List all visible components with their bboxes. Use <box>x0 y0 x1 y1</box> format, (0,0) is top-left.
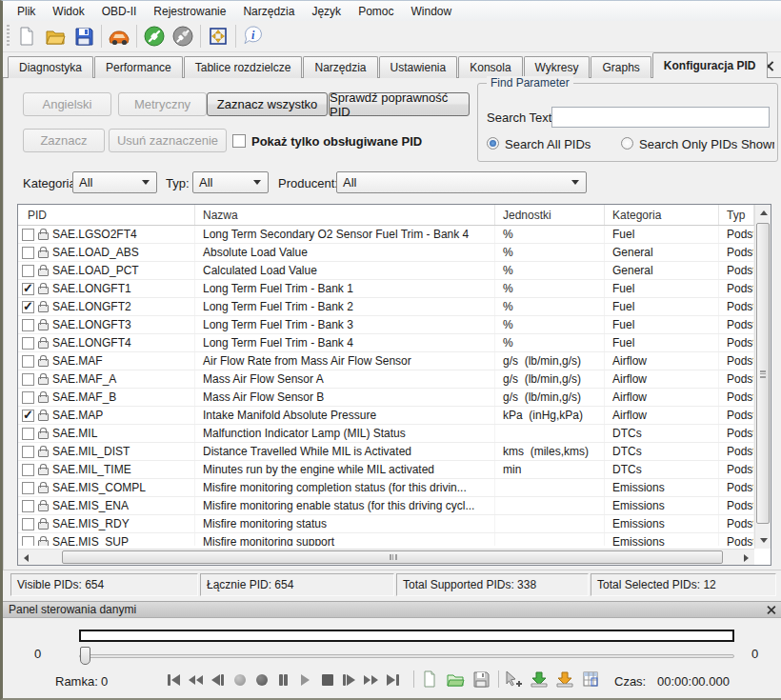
table-row[interactable]: SAE.LONGFT1Long Term Fuel Trim - Bank 1%… <box>18 280 754 298</box>
menu-item-pomoc[interactable]: Pomoc <box>350 2 402 21</box>
table-row[interactable]: SAE.MIS_ENAMisfire monitoring enable sta… <box>18 497 754 515</box>
pid-checkbox[interactable] <box>22 265 34 277</box>
table-row[interactable]: SAE.LGSO2FT4Long Term Secondary O2 Senso… <box>18 226 754 244</box>
tab-tablice-rozdzielcze[interactable]: Tablice rozdzielcze <box>184 56 303 78</box>
connect-icon[interactable] <box>140 23 169 50</box>
pause-icon[interactable] <box>272 670 294 690</box>
tab-ustawienia[interactable]: Ustawienia <box>379 56 458 78</box>
scroll-left-button[interactable] <box>18 550 34 566</box>
tab-konsola[interactable]: Konsola <box>458 56 522 78</box>
table-row[interactable]: SAE.MAPIntake Manifold Absolute Pressure… <box>18 407 754 425</box>
menu-item-j-zyk[interactable]: Język <box>303 2 350 21</box>
type-filter-select[interactable]: All <box>192 171 269 193</box>
scroll-up-button[interactable] <box>755 205 771 221</box>
menu-item-obd-ii[interactable]: OBD-II <box>93 2 146 21</box>
table-row[interactable]: SAE.LONGFT4Long Term Fuel Trim - Bank 4%… <box>18 334 754 352</box>
search-all-pids-radio[interactable] <box>487 137 499 150</box>
pid-checkbox[interactable] <box>22 229 34 241</box>
skip-start-icon[interactable] <box>163 670 185 690</box>
vehicle-icon[interactable] <box>105 23 133 50</box>
menu-item-widok[interactable]: Widok <box>44 2 92 21</box>
pid-checkbox[interactable] <box>22 482 34 494</box>
table-row[interactable]: SAE.LONGFT2Long Term Fuel Trim - Bank 2%… <box>18 298 754 316</box>
pid-checkbox[interactable] <box>22 301 34 313</box>
vertical-scrollbar[interactable] <box>754 205 771 549</box>
table-row[interactable]: SAE.LOAD_PCTCalculated Load Value%Genera… <box>18 262 754 280</box>
table-row[interactable]: SAE.MAFAir Flow Rate from Mass Air Flow … <box>18 352 754 370</box>
skip-end-icon[interactable] <box>382 670 404 690</box>
metric-button[interactable]: Metryczny <box>118 92 207 116</box>
info-icon[interactable]: i <box>239 23 268 50</box>
save-file-icon[interactable] <box>70 23 98 50</box>
search-shown-pids-radio[interactable] <box>621 137 633 150</box>
pid-checkbox[interactable] <box>22 536 34 547</box>
fast-forward-icon[interactable] <box>360 670 382 690</box>
grid-view-icon[interactable] <box>577 669 603 690</box>
scroll-down-button[interactable] <box>755 532 771 549</box>
new-log-icon[interactable] <box>416 669 442 690</box>
pid-checkbox[interactable] <box>22 319 34 331</box>
pid-checkbox[interactable] <box>22 337 34 350</box>
pid-checkbox[interactable] <box>22 247 34 259</box>
vertical-scrollbar-thumb[interactable] <box>756 223 770 524</box>
pid-checkbox[interactable] <box>22 518 34 530</box>
frame-slider-thumb[interactable] <box>80 647 90 665</box>
save-log-icon[interactable] <box>468 669 493 690</box>
rewind-icon[interactable] <box>185 670 207 690</box>
pid-checkbox[interactable] <box>22 283 34 295</box>
pid-checkbox[interactable] <box>22 373 34 386</box>
table-row[interactable]: SAE.MIS_RDYMisfire monitoring statusEmis… <box>18 515 754 533</box>
panel-close-icon[interactable] <box>767 606 775 614</box>
disconnect-icon[interactable] <box>169 23 197 50</box>
english-button[interactable]: Angielski <box>23 92 111 116</box>
column-header-category[interactable]: Kategoria <box>605 205 719 225</box>
select-button[interactable]: Zaznacz <box>23 129 105 152</box>
menu-item-plik[interactable]: Plik <box>9 2 44 21</box>
table-row[interactable]: SAE.MAF_AMass Air Flow Sensor Ag/s (lb/m… <box>18 370 754 389</box>
table-row[interactable]: SAE.MIL_DISTDistance Travelled While MIL… <box>18 443 754 461</box>
select-all-button[interactable]: Zaznacz wszystko <box>207 92 328 116</box>
table-row[interactable]: SAE.MIL_TIMEMinutes run by the engine wh… <box>18 461 754 479</box>
tab-wykresy[interactable]: Wykresy <box>524 56 591 78</box>
validate-pids-button[interactable]: Sprawdź poprawność PID <box>329 92 470 116</box>
manufacturer-filter-select[interactable]: All <box>336 171 587 193</box>
step-forward-icon[interactable] <box>338 670 360 690</box>
stop-icon[interactable] <box>316 670 338 690</box>
tab-graphs[interactable]: Graphs <box>591 56 651 78</box>
pointer-add-icon[interactable] <box>500 669 526 690</box>
open-file-icon[interactable] <box>41 23 70 50</box>
show-supported-checkbox[interactable] <box>232 134 246 148</box>
pid-checkbox[interactable] <box>22 355 34 368</box>
play-icon[interactable] <box>294 670 316 690</box>
pid-checkbox[interactable] <box>22 428 34 440</box>
table-row[interactable]: SAE.LONGFT3Long Term Fuel Trim - Bank 3%… <box>18 316 754 334</box>
import-data-icon[interactable] <box>551 669 577 690</box>
menu-item-window[interactable]: Window <box>402 2 460 21</box>
column-header-pid[interactable]: PID <box>18 205 195 225</box>
tab-narz-dzia[interactable]: Narzędzia <box>303 56 377 78</box>
category-filter-select[interactable]: All <box>72 171 157 193</box>
table-row[interactable]: SAE.MILMalfunction Indicator Lamp (MIL) … <box>18 425 754 443</box>
pid-checkbox[interactable] <box>22 446 34 458</box>
record-idle-icon[interactable] <box>229 670 250 690</box>
tab-diagnostyka[interactable]: Diagnostyka <box>8 56 93 78</box>
table-row[interactable]: SAE.LOAD_ABSAbsolute Load Value%GeneralP… <box>18 244 754 262</box>
horizontal-scrollbar[interactable] <box>18 549 754 565</box>
column-header-name[interactable]: Nazwa <box>195 205 495 225</box>
record-icon[interactable] <box>250 670 272 690</box>
clear-selection-button[interactable]: Usuń zaznaczenie <box>109 129 227 152</box>
toolbar-grip[interactable] <box>7 25 10 48</box>
open-log-icon[interactable] <box>442 669 468 690</box>
menu-item-narz-dzia[interactable]: Narzędzia <box>234 2 303 21</box>
pid-checkbox[interactable] <box>22 500 34 512</box>
step-back-icon[interactable] <box>207 670 229 690</box>
column-header-type[interactable]: Typ <box>719 205 754 225</box>
column-header-units[interactable]: Jednostki <box>495 205 605 225</box>
pid-checkbox[interactable] <box>22 391 34 404</box>
tab-performance[interactable]: Performance <box>94 56 183 78</box>
menu-item-rejestrowanie[interactable]: Rejestrowanie <box>145 2 234 21</box>
table-row[interactable]: SAE.MAF_BMass Air Flow Sensor Bg/s (lb/m… <box>18 389 754 407</box>
fit-window-icon[interactable] <box>204 23 232 50</box>
pid-checkbox[interactable] <box>22 410 34 422</box>
frame-slider-track[interactable] <box>79 654 734 658</box>
